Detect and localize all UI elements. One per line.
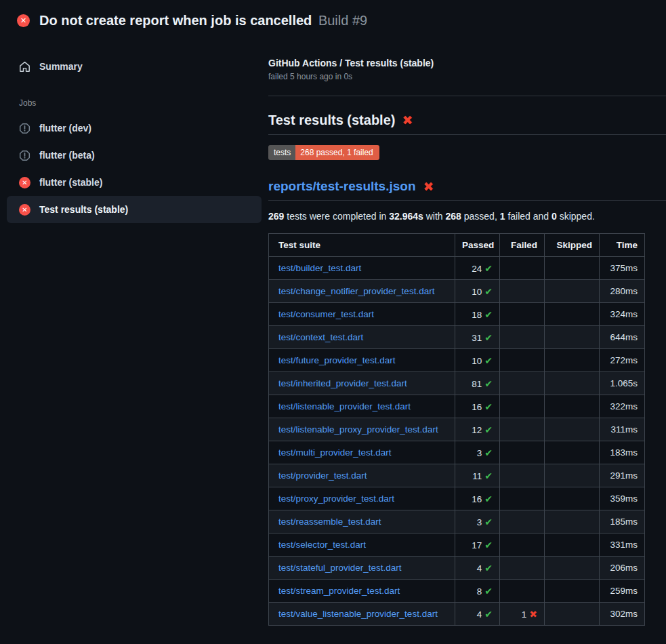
table-row: test/future_provider_test.dart 10✔ 272ms (269, 349, 645, 372)
column-header-test-suite: Test suite (269, 234, 455, 257)
sidebar-item-flutter-dev[interactable]: flutter (dev) (7, 115, 262, 142)
sidebar-item-flutter-beta[interactable]: flutter (beta) (7, 142, 262, 169)
check-icon: ✔ (484, 447, 493, 458)
passed-cell: 16✔ (455, 487, 500, 510)
failed-cell (500, 418, 545, 441)
time-cell: 324ms (600, 303, 645, 326)
skipped-cell (545, 257, 600, 280)
check-icon: ✔ (484, 494, 493, 504)
test-suite-link[interactable]: test/reassemble_test.dart (278, 517, 381, 527)
test-suite-link[interactable]: test/provider_test.dart (278, 470, 367, 481)
failed-cell (500, 326, 545, 349)
passed-cell: 4✔ (455, 557, 500, 580)
sidebar-item-flutter-stable[interactable]: ✕ flutter (stable) (7, 169, 262, 196)
sidebar: Summary Jobs flutter (dev) (0, 40, 268, 223)
failed-status-icon: ✕ (17, 14, 30, 27)
table-row: test/value_listenable_provider_test.dart… (269, 603, 645, 626)
table-row: test/context_test.dart 31✔ 644ms (269, 326, 645, 349)
passed-cell: 8✔ (455, 580, 500, 603)
check-icon: ✔ (484, 424, 493, 435)
column-header-skipped: Skipped (545, 234, 600, 257)
failed-x-icon: ✖ (402, 114, 413, 127)
skipped-cell (545, 487, 600, 510)
sidebar-item-label: flutter (beta) (39, 150, 95, 161)
failed-cell (500, 441, 545, 464)
test-suite-link[interactable]: test/proxy_provider_test.dart (278, 494, 394, 504)
passed-cell: 10✔ (455, 280, 500, 303)
table-row: test/multi_provider_test.dart 3✔ 183ms (269, 441, 645, 464)
jobs-section-label: Jobs (0, 98, 268, 108)
failed-cell (500, 487, 545, 510)
report-file-link[interactable]: reports/test-results.json (268, 179, 416, 194)
time-cell: 331ms (600, 534, 645, 557)
check-icon: ✔ (484, 563, 493, 573)
test-suite-link[interactable]: test/listenable_provider_test.dart (278, 401, 411, 411)
test-suite-link[interactable]: test/listenable_proxy_provider_test.dart (278, 424, 438, 435)
skipped-cell (545, 580, 600, 603)
sidebar-item-label: Test results (stable) (39, 204, 128, 215)
column-header-time: Time (600, 234, 645, 257)
failed-cell (500, 395, 545, 418)
test-summary-line: 269 tests were completed in 32.964s with… (268, 211, 666, 222)
test-suite-link[interactable]: test/context_test.dart (278, 332, 363, 342)
test-suite-link[interactable]: test/inherited_provider_test.dart (278, 378, 407, 388)
failed-x-icon: ✖ (423, 180, 434, 193)
passed-cell: 10✔ (455, 349, 500, 372)
check-icon: ✔ (484, 355, 493, 366)
test-suite-link[interactable]: test/value_listenable_provider_test.dart (278, 609, 438, 619)
skipped-cell (545, 349, 600, 372)
build-number: Build #9 (318, 13, 367, 28)
skipped-cell (545, 441, 600, 464)
section-title-row: Test results (stable) ✖ (268, 113, 666, 128)
test-suite-link[interactable]: test/stateful_provider_test.dart (278, 563, 402, 573)
test-suite-link[interactable]: test/multi_provider_test.dart (278, 447, 392, 458)
skipped-cell (545, 326, 600, 349)
failed-cell (500, 372, 545, 395)
column-header-failed: Failed (500, 234, 545, 257)
skipped-cell (545, 464, 600, 487)
time-cell: 272ms (600, 349, 645, 372)
sidebar-item-test-results-stable[interactable]: ✕ Test results (stable) (7, 196, 262, 223)
test-suite-link[interactable]: test/stream_provider_test.dart (278, 586, 400, 596)
breadcrumb: GitHub Actions / Test results (stable) (268, 58, 666, 68)
time-cell: 291ms (600, 464, 645, 487)
sidebar-item-summary[interactable]: Summary (7, 54, 262, 79)
failed-cell (500, 257, 545, 280)
x-circle-icon: ✕ (19, 204, 30, 216)
sidebar-item-label: flutter (dev) (39, 123, 91, 134)
cross-icon: ✖ (529, 609, 537, 620)
time-cell: 280ms (600, 280, 645, 303)
table-row: test/consumer_test.dart 18✔ 324ms (269, 303, 645, 326)
time-cell: 302ms (600, 603, 645, 626)
test-suite-link[interactable]: test/change_notifier_provider_test.dart (278, 286, 434, 296)
failed-cell: 1✖ (500, 603, 545, 626)
table-row: test/listenable_proxy_provider_test.dart… (269, 418, 645, 441)
check-icon: ✔ (484, 378, 493, 389)
test-suite-link[interactable]: test/selector_test.dart (278, 540, 366, 550)
passed-cell: 31✔ (455, 326, 500, 349)
main-content: GitHub Actions / Test results (stable) f… (268, 40, 666, 626)
time-cell: 311ms (600, 418, 645, 441)
test-suite-link[interactable]: test/consumer_test.dart (278, 309, 374, 319)
failed-cell (500, 280, 545, 303)
stop-icon (19, 150, 30, 161)
test-suite-link[interactable]: test/future_provider_test.dart (278, 355, 396, 365)
passed-cell: 3✔ (455, 441, 500, 464)
test-suite-link[interactable]: test/builder_test.dart (278, 263, 361, 273)
test-results-table: Test suite Passed Failed Skipped Time te… (268, 233, 645, 626)
passed-cell: 3✔ (455, 510, 500, 534)
skipped-cell (545, 395, 600, 418)
check-icon: ✔ (484, 332, 493, 343)
check-icon: ✔ (484, 540, 493, 550)
failed-cell (500, 303, 545, 326)
badge-label: tests (268, 145, 295, 160)
passed-cell: 24✔ (455, 257, 500, 280)
skipped-cell (545, 510, 600, 534)
badge-value: 268 passed, 1 failed (295, 145, 379, 160)
check-icon: ✔ (484, 609, 493, 620)
passed-cell: 81✔ (455, 372, 500, 395)
sidebar-item-label: flutter (stable) (39, 177, 102, 188)
skipped-cell (545, 418, 600, 441)
time-cell: 375ms (600, 257, 645, 280)
time-cell: 359ms (600, 487, 645, 510)
